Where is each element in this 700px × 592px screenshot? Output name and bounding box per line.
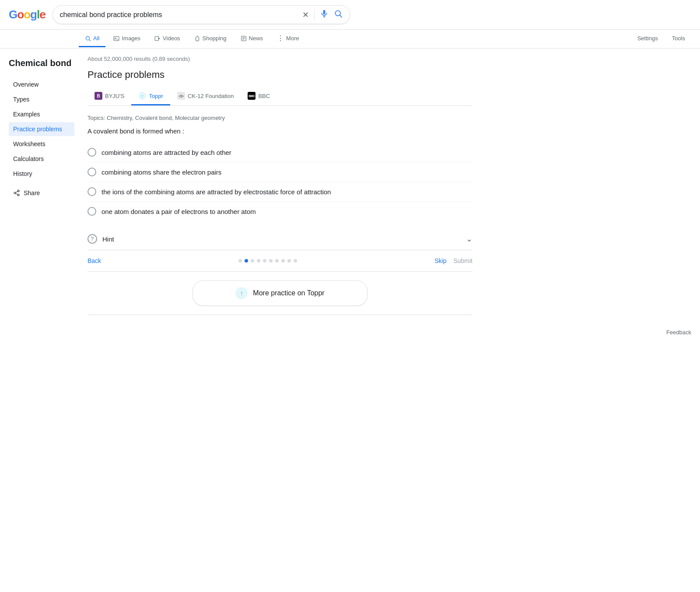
- bbc-icon: BBC: [248, 92, 256, 100]
- search-bar-icons: ✕: [302, 9, 343, 20]
- sidebar-title: Chemical bond: [9, 57, 74, 69]
- tab-all-label: All: [93, 35, 99, 42]
- topics-line: Topics: Chemistry, Covalent bond, Molecu…: [88, 115, 472, 121]
- dot-4: [257, 259, 260, 263]
- hint-left: ? Hint: [88, 234, 114, 244]
- submit-button[interactable]: Submit: [453, 257, 472, 264]
- header: Google ✕: [0, 0, 700, 30]
- svg-marker-11: [196, 36, 199, 41]
- radio-d[interactable]: [88, 207, 96, 216]
- svg-point-18: [18, 194, 19, 196]
- tab-videos-label: Videos: [163, 35, 180, 42]
- hint-label: Hint: [102, 235, 114, 243]
- svg-point-8: [116, 37, 116, 38]
- share-label: Share: [24, 189, 40, 196]
- source-tab-ck12[interactable]: ◁▷ CK-12 Foundation: [170, 88, 241, 105]
- svg-line-4: [340, 15, 342, 18]
- divider: [314, 10, 315, 20]
- option-d[interactable]: one atom donates a pair of electrons to …: [88, 202, 472, 221]
- toppr-circle-icon: ↑: [235, 287, 248, 299]
- question-text: A covalent bond is formed when :: [88, 127, 472, 135]
- nav-row: Back Skip Submit: [88, 250, 472, 272]
- radio-b[interactable]: [88, 168, 96, 176]
- option-c[interactable]: the ions of the combining atoms are attr…: [88, 182, 472, 202]
- tab-tools[interactable]: Tools: [666, 31, 691, 47]
- tab-news-label: News: [249, 35, 263, 42]
- option-a-text: combining atoms are attracted by each ot…: [102, 149, 231, 156]
- tab-all[interactable]: All: [79, 31, 105, 47]
- hint-chevron-icon: ⌄: [466, 234, 472, 244]
- skip-button[interactable]: Skip: [434, 257, 446, 264]
- nav-right-tabs: Settings Tools: [631, 31, 691, 47]
- dot-10: [294, 259, 297, 263]
- dot-6: [269, 259, 273, 263]
- svg-line-19: [16, 191, 18, 193]
- feedback-link[interactable]: Feedback: [666, 329, 691, 336]
- toppr-label: Toppr: [149, 93, 163, 99]
- svg-marker-10: [158, 37, 160, 39]
- hint-row[interactable]: ? Hint ⌄: [88, 228, 472, 250]
- results-info: About 52,000,000 results (0.89 seconds): [88, 56, 472, 62]
- tab-more-label: More: [286, 35, 299, 42]
- source-tab-byjus[interactable]: B BYJU'S: [88, 88, 131, 105]
- sidebar-item-worksheets[interactable]: Worksheets: [9, 137, 74, 151]
- byjus-icon: B: [94, 92, 102, 100]
- bbc-label: BBC: [258, 93, 270, 99]
- option-d-text: one atom donates a pair of electrons to …: [102, 208, 256, 215]
- toppr-icon: ↑: [138, 92, 146, 100]
- dot-9: [287, 259, 291, 263]
- nav-actions: Skip Submit: [434, 257, 472, 264]
- options-list: combining atoms are attracted by each ot…: [88, 143, 472, 221]
- option-b[interactable]: combining atoms share the electron pairs: [88, 162, 472, 182]
- content-area: About 52,000,000 results (0.89 seconds) …: [79, 49, 472, 322]
- sidebar: Chemical bond Overview Types Examples Pr…: [9, 49, 79, 322]
- section-title: Practice problems: [88, 69, 472, 81]
- sidebar-item-overview[interactable]: Overview: [9, 77, 74, 91]
- tab-more[interactable]: ⋮ More: [271, 30, 305, 48]
- search-input[interactable]: [60, 11, 299, 19]
- svg-point-17: [14, 192, 16, 194]
- sidebar-item-calculators[interactable]: Calculators: [9, 152, 74, 166]
- feedback-row: Feedback: [0, 322, 700, 343]
- more-practice-label: More practice on Toppr: [253, 289, 324, 297]
- search-submit-icon[interactable]: [334, 9, 343, 20]
- tab-videos[interactable]: Videos: [148, 31, 186, 47]
- option-b-text: combining atoms share the electron pairs: [102, 168, 221, 176]
- dot-2: [245, 259, 248, 263]
- clear-icon[interactable]: ✕: [302, 10, 309, 20]
- tab-news[interactable]: News: [234, 31, 270, 47]
- dot-3: [251, 259, 254, 263]
- option-a[interactable]: combining atoms are attracted by each ot…: [88, 143, 472, 162]
- svg-rect-9: [155, 36, 158, 40]
- radio-a[interactable]: [88, 148, 96, 157]
- nav-tabs: All Images Videos Shopping News ⋮ More S…: [0, 30, 700, 49]
- svg-rect-0: [323, 10, 325, 14]
- mic-icon[interactable]: [320, 9, 329, 20]
- tab-tools-label: Tools: [672, 35, 685, 42]
- source-tab-toppr[interactable]: ↑ Toppr: [131, 88, 170, 105]
- tab-images[interactable]: Images: [107, 31, 147, 47]
- share-button[interactable]: Share: [9, 186, 74, 200]
- google-logo[interactable]: Google: [9, 8, 46, 21]
- sidebar-item-practice[interactable]: Practice problems: [9, 122, 74, 136]
- radio-c[interactable]: [88, 187, 96, 196]
- back-button[interactable]: Back: [88, 257, 101, 264]
- more-practice-button[interactable]: ↑ More practice on Toppr: [192, 280, 368, 306]
- option-c-text: the ions of the combining atoms are attr…: [102, 188, 331, 196]
- svg-point-16: [18, 190, 19, 192]
- dot-1: [238, 259, 242, 263]
- source-tab-bbc[interactable]: BBC BBC: [241, 88, 277, 105]
- dot-5: [263, 259, 266, 263]
- search-bar: ✕: [52, 5, 350, 24]
- tab-settings[interactable]: Settings: [631, 31, 664, 47]
- sidebar-item-history[interactable]: History: [9, 167, 74, 181]
- ck12-label: CK-12 Foundation: [188, 93, 234, 99]
- byjus-label: BYJU'S: [105, 93, 124, 99]
- more-dots-icon: ⋮: [277, 34, 284, 42]
- dot-7: [275, 259, 279, 263]
- sidebar-item-examples[interactable]: Examples: [9, 107, 74, 121]
- tab-shopping[interactable]: Shopping: [188, 31, 233, 47]
- tab-shopping-label: Shopping: [203, 35, 227, 42]
- dots-container: [101, 259, 434, 263]
- sidebar-item-types[interactable]: Types: [9, 92, 74, 106]
